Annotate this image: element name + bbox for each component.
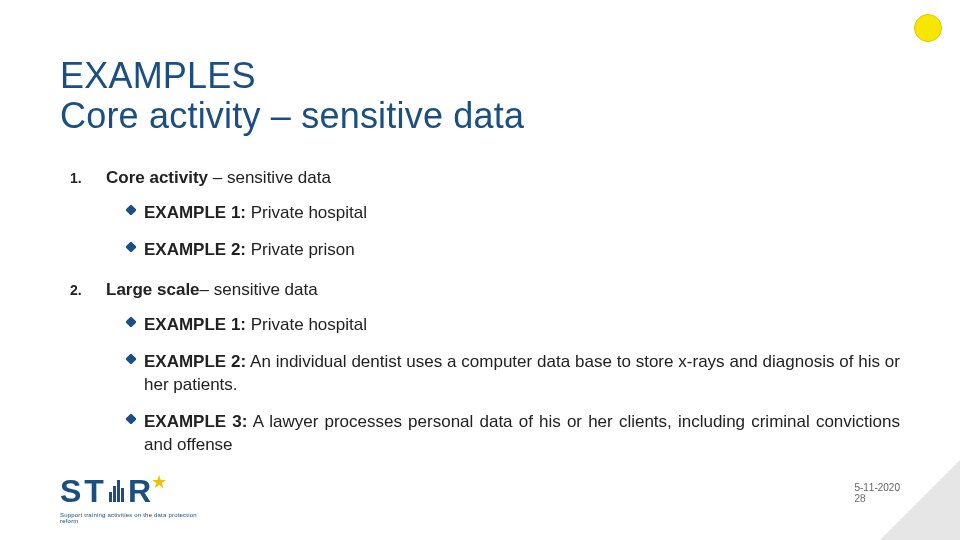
svg-rect-1: [126, 242, 136, 252]
section-1-heading: Core activity – sensitive data: [106, 168, 331, 188]
bullet-2-3-text: EXAMPLE 3: A lawyer processes personal d…: [144, 411, 900, 457]
diamond-bullet-icon: [126, 351, 144, 364]
section-2-row: 2. Large scale– sensitive data: [70, 280, 900, 300]
section-2-number: 2.: [70, 282, 106, 298]
diamond-bullet-icon: [126, 411, 144, 424]
svg-rect-0: [126, 205, 136, 215]
logo-letter-t: T: [84, 473, 105, 510]
title-line-2: Core activity – sensitive data: [60, 95, 524, 136]
bullet-2-2: EXAMPLE 2: An individual dentist uses a …: [126, 351, 900, 397]
diamond-bullet-icon: [126, 239, 144, 252]
corner-badge-icon: [914, 14, 942, 42]
bullet-2-1: EXAMPLE 1: Private hospital: [126, 314, 900, 337]
section-2-heading: Large scale– sensitive data: [106, 280, 318, 300]
footer-meta: 5-11-2020 28: [854, 482, 900, 504]
logo-letter-s: S: [60, 473, 82, 510]
logo-bars-icon: [109, 480, 124, 502]
footer-page: 28: [854, 493, 865, 504]
slide: EXAMPLES Core activity – sensitive data …: [0, 0, 960, 540]
bullet-1-2: EXAMPLE 2: Private prison: [126, 239, 900, 262]
section-1-number: 1.: [70, 170, 106, 186]
diamond-bullet-icon: [126, 202, 144, 215]
diamond-bullet-icon: [126, 314, 144, 327]
logo-tagline: Support training activities on the data …: [60, 512, 210, 524]
svg-rect-2: [126, 317, 136, 327]
bullet-1-2-text: EXAMPLE 2: Private prison: [144, 239, 355, 262]
bullet-1-1: EXAMPLE 1: Private hospital: [126, 202, 900, 225]
bullet-2-3: EXAMPLE 3: A lawyer processes personal d…: [126, 411, 900, 457]
title-line-1: EXAMPLES: [60, 55, 256, 96]
footer-date: 5-11-2020: [854, 482, 900, 493]
svg-rect-3: [126, 354, 136, 364]
slide-content: 1. Core activity – sensitive data EXAMPL…: [70, 164, 900, 457]
svg-rect-4: [126, 414, 136, 424]
bullet-2-2-text: EXAMPLE 2: An individual dentist uses a …: [144, 351, 900, 397]
logo-star-icon: ★: [151, 471, 167, 493]
logo-letter-r: R: [128, 473, 152, 510]
slide-title: EXAMPLES Core activity – sensitive data: [60, 56, 524, 137]
star-logo: S T R ★ Support training activities on t…: [60, 473, 210, 524]
section-1-row: 1. Core activity – sensitive data: [70, 168, 900, 188]
logo-row: S T R ★: [60, 473, 210, 510]
bullet-1-1-text: EXAMPLE 1: Private hospital: [144, 202, 367, 225]
bullet-2-1-text: EXAMPLE 1: Private hospital: [144, 314, 367, 337]
